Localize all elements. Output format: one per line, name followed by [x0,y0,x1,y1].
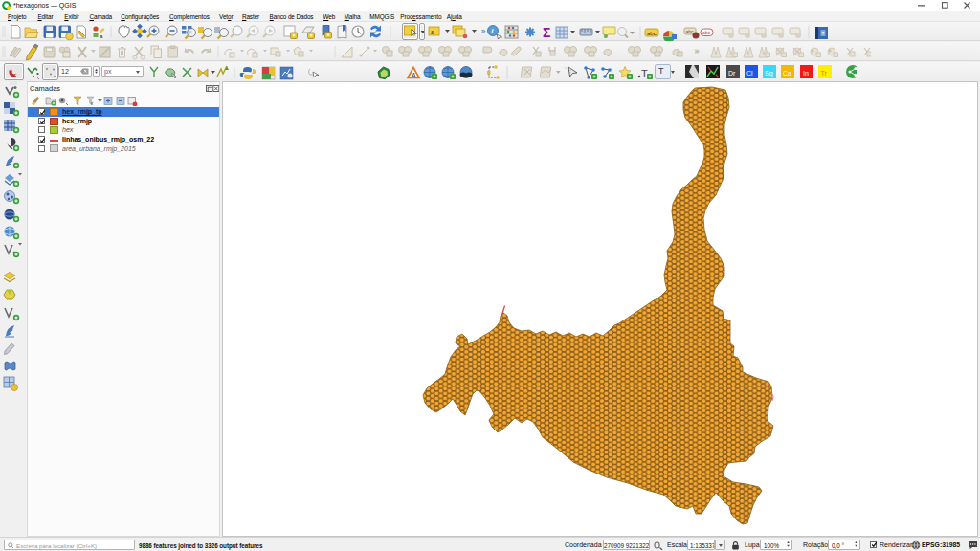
svg-text:Dr: Dr [728,70,736,77]
svg-text:»: » [695,47,700,55]
svg-text:Sg: Sg [765,70,773,77]
svg-text:T: T [641,68,648,79]
svg-text:ε: ε [431,28,434,36]
svg-text:abc: abc [702,30,711,35]
svg-text:Cl: Cl [746,70,753,77]
svg-text:Tr: Tr [821,70,828,77]
svg-text:ε: ε [91,100,94,106]
svg-text:A: A [412,72,416,78]
svg-text:In: In [803,70,809,77]
svg-text:a: a [100,33,103,39]
svg-text:abc: abc [686,29,695,34]
svg-text:abc: abc [647,31,657,36]
svg-text:Σ: Σ [543,25,550,40]
svg-text:Ca: Ca [783,70,791,77]
